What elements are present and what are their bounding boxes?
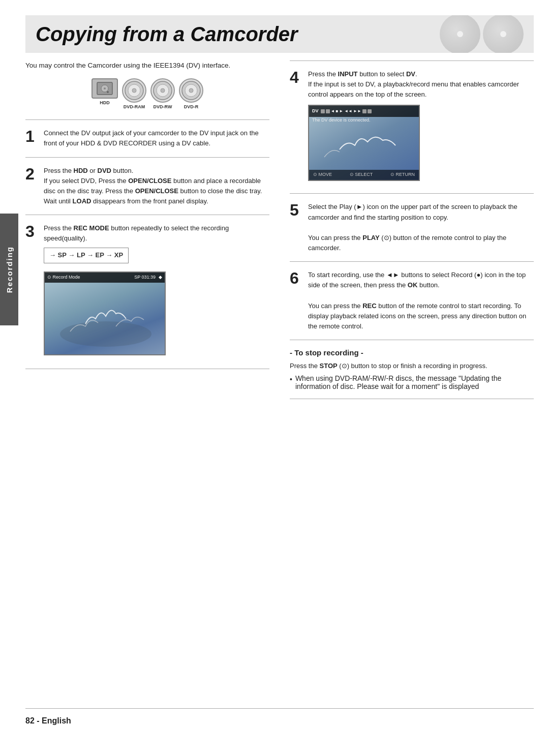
stop-content: Press the STOP (⊙) button to stop or fin… [290, 361, 534, 371]
icon-hdd: HDD [92, 78, 118, 109]
side-tab: Recording [0, 214, 18, 325]
stop-bullet: • When using DVD-RAM/-RW/-R discs, the m… [290, 374, 534, 390]
stop-section: - To stop recording - Press the STOP (⊙)… [290, 348, 534, 390]
svg-point-6 [132, 88, 136, 93]
step-4-screen-bar: DV ◄ ■ ► ◄◄ ►► [309, 106, 419, 117]
step-3-content: Press the REC MODE button repeatedly to … [44, 223, 269, 360]
step-6-number: 6 [290, 270, 302, 286]
icons-row: HDD DVD-RAM [25, 78, 269, 109]
disc-decoration [440, 15, 524, 53]
icon-dvd-ram-label: DVD-RAM [124, 104, 145, 109]
svg-point-3 [107, 91, 109, 93]
bullet-dot-icon: • [290, 375, 292, 390]
step-5-content: Select the Play (►) icon on the upper pa… [308, 202, 534, 253]
step-4-screen-bottom: ⊙ MOVE ⊙ SELECT ⊙ RETURN [309, 170, 419, 180]
step-4: 4 Press the INPUT button to select DV. I… [290, 69, 534, 185]
step-5: 5 Select the Play (►) icon on the upper … [290, 202, 534, 253]
step-3-number: 3 [25, 223, 38, 239]
step-2: 2 Press the HDD or DVD button. If you se… [25, 166, 269, 207]
left-column: You may control the Camcorder using the … [25, 61, 269, 407]
svg-point-2 [104, 87, 106, 89]
intro-text: You may control the Camcorder using the … [25, 61, 269, 71]
page-title: Copying from a Camcorder [36, 23, 298, 45]
step-3: 3 Press the REC MODE button repeatedly t… [25, 223, 269, 360]
step-3-screen: ⊙ Record Mode SP 031:39 ◆ [44, 271, 166, 355]
step-3-screen-bar: ⊙ Record Mode SP 031:39 ◆ [45, 273, 165, 283]
step-4-number: 4 [290, 69, 302, 85]
step-2-number: 2 [25, 166, 38, 182]
step-5-number: 5 [290, 202, 302, 218]
stop-bullet-text: When using DVD-RAM/-RW/-R discs, the mes… [295, 374, 534, 390]
step-2-content: Press the HDD or DVD button. If you sele… [44, 166, 269, 207]
rec-mode-formula: → SP → LP → EP → XP [44, 248, 129, 263]
step-3-bird-svg [55, 288, 157, 349]
svg-point-12 [189, 88, 193, 93]
title-area: Copying from a Camcorder [25, 15, 534, 53]
step-1-number: 1 [25, 128, 38, 144]
icon-dvd-r-label: DVD-R [184, 104, 199, 109]
icon-hdd-label: HDD [100, 100, 110, 105]
step-4-content: Press the INPUT button to select DV. If … [308, 69, 534, 185]
page-footer: 82 - English [25, 708, 534, 725]
svg-point-13 [60, 321, 151, 347]
step-4-bird-svg [314, 119, 416, 170]
step-6: 6 To start recording, use the ◄► buttons… [290, 270, 534, 331]
step-1: 1 Connect the DV output jack of your cam… [25, 128, 269, 148]
svg-point-9 [161, 88, 165, 93]
page-number: 82 - English [25, 716, 71, 725]
step-4-screen: DV ◄ ■ ► ◄◄ ►► [308, 105, 420, 181]
step-1-content: Connect the DV output jack of your camco… [44, 128, 269, 148]
step-6-content: To start recording, use the ◄► buttons t… [308, 270, 534, 331]
icon-dvd-ram: DVD-RAM [122, 78, 146, 109]
icon-dvd-r: DVD-R [179, 78, 203, 109]
right-column: 4 Press the INPUT button to select DV. I… [290, 61, 534, 407]
side-tab-label: Recording [5, 246, 14, 293]
icon-dvd-rw-label: DVD-RW [154, 104, 172, 109]
stop-title: - To stop recording - [290, 348, 534, 357]
icon-dvd-rw: DVD-RW [150, 78, 175, 109]
